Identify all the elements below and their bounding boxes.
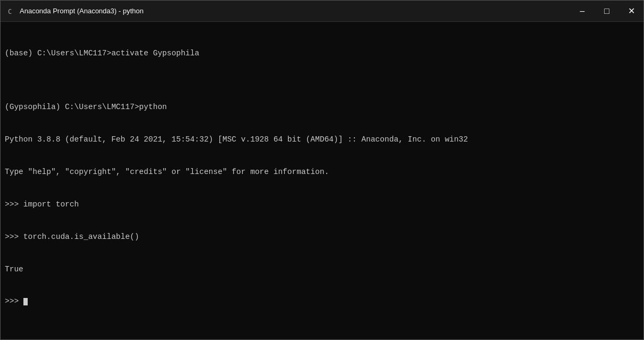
terminal-line-6: >>> import torch [5,199,639,210]
app-icon: C [7,7,15,15]
terminal-line-3: (Gypsophila) C:\Users\LMC117>python [5,102,639,112]
window-controls: – □ ✕ [570,1,643,22]
terminal-line-9: >>> [5,296,639,306]
terminal-line-8: True [5,264,639,275]
window-title: Anaconda Prompt (Anaconda3) - python [20,7,144,15]
terminal-body[interactable]: (base) C:\Users\LMC117>activate Gypsophi… [1,22,643,339]
cursor [23,298,28,305]
title-bar: C Anaconda Prompt (Anaconda3) - python –… [1,1,643,22]
svg-text:C: C [8,8,12,15]
maximize-button[interactable]: □ [595,1,619,22]
title-bar-left: C Anaconda Prompt (Anaconda3) - python [7,7,144,15]
minimize-button[interactable]: – [570,1,595,22]
window: C Anaconda Prompt (Anaconda3) - python –… [0,0,644,340]
terminal-content: (base) C:\Users\LMC117>activate Gypsophi… [5,26,639,328]
terminal-line-4: Python 3.8.8 (default, Feb 24 2021, 15:5… [5,134,639,145]
terminal-line-5: Type "help", "copyright", "credits" or "… [5,167,639,177]
terminal-line-1: (base) C:\Users\LMC117>activate Gypsophi… [5,48,639,59]
close-button[interactable]: ✕ [619,1,643,22]
terminal-line-7: >>> torch.cuda.is_available() [5,231,639,242]
